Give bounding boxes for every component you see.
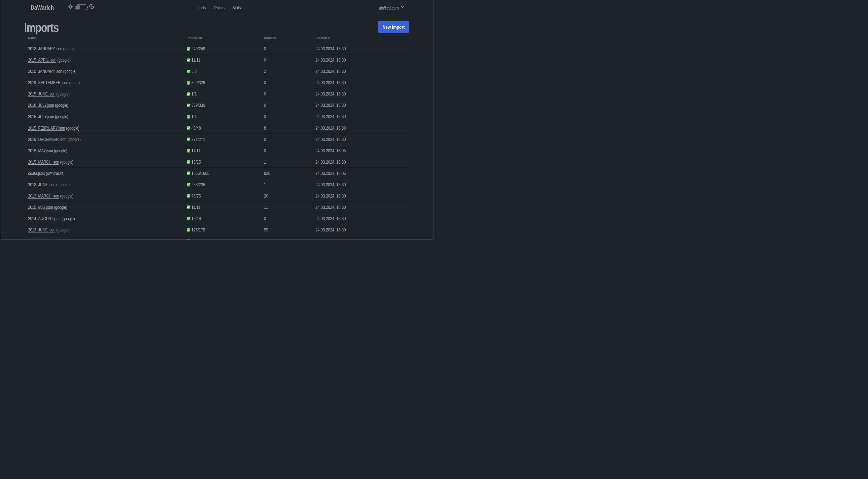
processed-cell-content: 329/329 [187, 80, 260, 85]
table-row: 2018_JANUARY.json (google) 249/249 0 24.… [24, 43, 410, 54]
cell-processed: 11/11 [183, 145, 260, 156]
cell-doubles: 0 [260, 99, 311, 111]
cell-created-at: 24.03.2024, 18:30 [311, 99, 410, 111]
check-mark-icon [187, 81, 190, 85]
doubles-count: 820 [264, 171, 270, 176]
created-at-value: 24.03.2024, 18:30 [315, 205, 346, 210]
window-edge-right [433, 0, 434, 239]
cell-name: 2019_SEPTEMBER.json (google) [24, 77, 183, 88]
cell-name: 2015_JULY.json (google) [24, 111, 183, 122]
cell-created-at: 24.03.2024, 18:30 [311, 190, 410, 202]
import-file-link[interactable]: 2014_AUGUST.json [28, 216, 61, 221]
cell-name: 2013_MARCH.json (google) [24, 190, 183, 202]
processed-cell-content: 271/271 [187, 137, 260, 142]
processed-count: 11/11 [191, 57, 200, 63]
import-file-link[interactable]: 2019_SEPTEMBER.json [28, 80, 68, 85]
import-file-link[interactable]: 2018_JULY.json [28, 102, 54, 108]
import-source-label: (google) [62, 46, 76, 51]
check-mark-icon [187, 126, 190, 130]
cell-name: 2015_MAY.json (google) [24, 202, 183, 213]
cell-name [24, 236, 183, 239]
new-import-button[interactable]: New import [378, 21, 410, 33]
table-row: 2015_APRIL.json (google) 11/11 0 24.03.2… [24, 54, 410, 66]
import-file-link[interactable]: 2015_MAY.json [28, 205, 53, 210]
check-mark-icon [187, 58, 190, 62]
import-source-label: (google) [61, 216, 75, 221]
import-file-link[interactable]: 2013_MARCH.json [28, 193, 59, 199]
import-source-label: (google) [65, 125, 80, 131]
table-head: Name Processed Doubles Created at [24, 33, 410, 43]
table-row: 2015_JULY.json (google) 1/1 0 24.03.2024… [24, 111, 410, 122]
processed-count: 18/18 [191, 216, 201, 221]
cell-created-at: 24.03.2024, 18:30 [311, 122, 410, 134]
table-row: 2018_JUNE.json (google) 235/235 1 24.03.… [24, 179, 410, 190]
import-file-link[interactable]: 2018_JANUARY.json [28, 46, 62, 51]
created-at-value: 24.03.2024, 18:30 [315, 114, 346, 119]
processed-count: 271/271 [191, 137, 205, 142]
import-file-link[interactable]: odata.json [28, 171, 45, 176]
import-source-label: (google) [55, 182, 69, 187]
import-file-link[interactable]: 2013_JUNE.json [28, 227, 55, 233]
doubles-count: 2 [264, 69, 266, 74]
import-file-link[interactable]: 2015_JULY.json [28, 114, 54, 119]
cell-created-at [311, 236, 410, 239]
column-header-processed: Processed [183, 33, 260, 43]
cell-processed: 48/48 [183, 122, 260, 134]
processed-cell-content: 1/1 [187, 91, 260, 97]
doubles-count: 0 [264, 91, 266, 97]
check-mark-icon [187, 103, 190, 107]
table-row: odata.json (owntracks) 1665/1665 820 24.… [24, 168, 410, 179]
import-file-link[interactable]: 2015_FEBRUARY.json [28, 125, 65, 131]
table-row: 2015_JANUARY.json (google) 8/8 2 24.03.2… [24, 66, 410, 77]
import-file-link[interactable]: 2015_MARCH.json [28, 159, 59, 164]
created-at-value: 24.03.2024, 18:30 [315, 125, 346, 131]
cell-name: 2014_AUGUST.json (google) [24, 213, 183, 224]
cell-doubles [260, 236, 311, 239]
check-mark-icon [187, 149, 190, 153]
processed-count: 48/48 [191, 125, 201, 131]
processed-count: 11/11 [191, 205, 200, 210]
cell-name: 2018_JULY.json (google) [24, 99, 183, 111]
cell-doubles: 59 [260, 224, 311, 236]
cell-created-at: 24.03.2024, 18:30 [311, 88, 410, 99]
check-mark-icon [187, 92, 190, 96]
check-mark-icon [187, 183, 190, 186]
cell-created-at: 24.03.2024, 18:30 [311, 54, 410, 66]
import-source-label: (google) [53, 205, 67, 210]
cell-name: 2015_JUNE.json (google) [24, 88, 183, 99]
cell-doubles: 0 [260, 145, 311, 156]
processed-cell-content: 11/11 [187, 148, 260, 154]
cell-processed: 235/235 [183, 179, 260, 190]
import-file-link[interactable]: 2019_DECEMBER.json [28, 137, 66, 142]
cell-processed: 11/11 [183, 202, 260, 213]
cell-processed: 1/1 [183, 88, 260, 99]
cell-doubles: 1 [260, 156, 311, 168]
cell-doubles: 820 [260, 168, 311, 179]
doubles-count: 1 [264, 182, 266, 187]
import-file-link[interactable]: 2018_JUNE.json [28, 182, 55, 187]
cell-name: 2013_JUNE.json (google) [24, 224, 183, 236]
table-header-row: Name Processed Doubles Created at [24, 33, 410, 43]
import-source-label: (google) [54, 114, 68, 119]
cell-processed: 1/1 [183, 111, 260, 122]
cell-processed: 329/329 [183, 77, 260, 88]
cell-name: 2018_JUNE.json (google) [24, 179, 183, 190]
cell-processed: 339/339 [183, 99, 260, 111]
import-file-link[interactable]: 2015_APRIL.json [28, 57, 56, 63]
processed-count: 8/8 [191, 69, 197, 74]
import-file-link[interactable]: 2015_MAY.json [28, 148, 53, 153]
created-at-value: 24.03.2024, 18:30 [315, 193, 346, 199]
doubles-count: 0 [264, 102, 266, 108]
import-source-label: (google) [56, 57, 70, 63]
import-file-link[interactable]: 2015_JANUARY.json [28, 69, 62, 74]
table-row: 2015_FEBRUARY.json (google) 48/48 8 24.0… [24, 122, 410, 134]
doubles-count: 11 [264, 205, 268, 210]
import-source-label: (google) [53, 148, 67, 153]
doubles-count: 59 [264, 227, 268, 233]
import-file-link[interactable]: 2015_JUNE.json [28, 91, 55, 96]
processed-cell-content: 11/11 [187, 205, 260, 210]
check-mark-icon [187, 70, 190, 73]
import-source-label: (google) [68, 80, 83, 85]
cell-created-at: 24.03.2024, 18:30 [311, 202, 410, 213]
cell-created-at: 24.03.2024, 18:30 [311, 156, 410, 168]
